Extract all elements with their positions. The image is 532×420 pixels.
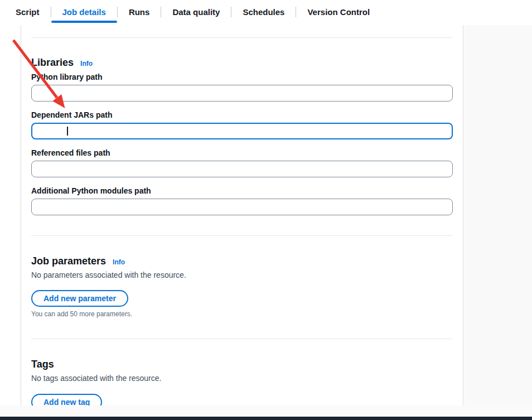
right-gutter: [464, 25, 532, 405]
tags-section: Tags No tags associated with the resourc…: [31, 359, 452, 411]
text-cursor: [67, 127, 68, 136]
python-library-path-label: Python library path: [31, 73, 452, 81]
dependent-jars-path-input[interactable]: [31, 123, 453, 139]
tab-label: Data quality: [172, 7, 220, 17]
section-divider: [31, 37, 452, 38]
dependent-jars-path-label: Dependent JARs path: [31, 111, 452, 119]
tab-runs[interactable]: Runs: [118, 0, 161, 24]
add-new-parameter-button[interactable]: Add new parameter: [31, 290, 128, 307]
tab-label: Runs: [129, 7, 150, 17]
tab-label: Schedules: [243, 7, 284, 17]
job-parameters-title: Job parameters: [31, 255, 106, 267]
additional-python-modules-path-input[interactable]: [31, 199, 453, 215]
tab-script[interactable]: Script: [4, 0, 51, 24]
referenced-files-path-input[interactable]: [31, 161, 453, 177]
libraries-info-link[interactable]: Info: [80, 60, 93, 67]
job-parameters-hint-text: You can add 50 more parameters.: [31, 311, 452, 318]
python-library-path-input[interactable]: [31, 85, 453, 102]
referenced-files-path-label: Referenced files path: [31, 149, 452, 157]
tab-label: Version Control: [307, 7, 370, 17]
job-tab-bar: Script Job details Runs Data quality Sch…: [0, 0, 532, 24]
section-divider: [31, 339, 452, 339]
job-parameters-section: Job parameters Info No parameters associ…: [31, 255, 452, 318]
section-divider: [31, 235, 452, 236]
tab-label: Script: [16, 7, 40, 17]
tab-label: Job details: [62, 7, 106, 17]
libraries-title: Libraries: [31, 57, 74, 68]
tab-schedules[interactable]: Schedules: [231, 0, 296, 24]
job-details-panel: Libraries Info Python library path Depen…: [21, 25, 463, 405]
libraries-section: Libraries Info Python library path Depen…: [31, 57, 452, 215]
job-parameters-info-link[interactable]: Info: [113, 258, 125, 266]
footer-strip: [0, 405, 532, 417]
console-footer-bar: [0, 417, 532, 420]
tags-empty-text: No tags associated with the resource.: [31, 374, 452, 383]
job-parameters-empty-text: No parameters associated with the resour…: [31, 271, 452, 279]
additional-python-modules-path-label: Additional Python modules path: [31, 187, 452, 195]
tab-version-control[interactable]: Version Control: [296, 0, 381, 24]
tags-title: Tags: [31, 359, 54, 370]
tab-job-details[interactable]: Job details: [51, 0, 117, 24]
tab-data-quality[interactable]: Data quality: [161, 0, 231, 24]
